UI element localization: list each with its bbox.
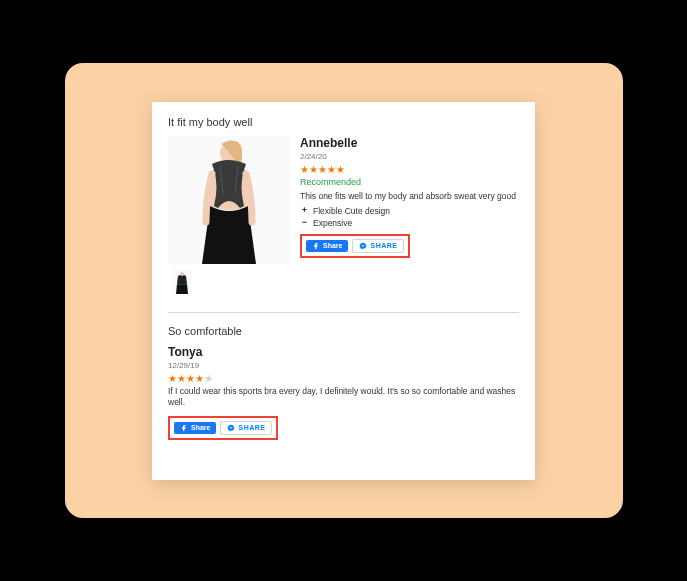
- review-author: Annebelle: [300, 136, 519, 150]
- con-text: Expensive: [313, 218, 352, 228]
- minus-icon: −: [300, 218, 309, 227]
- divider: [168, 312, 519, 313]
- review-date: 12/29/19: [168, 361, 519, 370]
- star-rating: ★★★★★: [300, 164, 519, 175]
- peach-container: It fit my body well: [65, 63, 623, 518]
- facebook-share-button[interactable]: Share: [306, 240, 348, 252]
- messenger-icon: [227, 424, 235, 432]
- con-line: − Expensive: [300, 218, 519, 228]
- facebook-share-label: Share: [323, 242, 342, 249]
- pro-text: Flexible Cute design: [313, 206, 390, 216]
- review-2: So comfortable Tonya 12/29/19 ★★★★★ If I…: [168, 325, 519, 440]
- messenger-share-button[interactable]: SHARE: [220, 421, 272, 435]
- recommended-label: Recommended: [300, 177, 519, 187]
- messenger-share-button[interactable]: SHARE: [352, 239, 404, 253]
- review-text: If I could wear this sports bra every da…: [168, 386, 519, 408]
- product-image-thumb[interactable]: [172, 270, 192, 294]
- share-row: Share SHARE: [168, 416, 278, 440]
- facebook-icon: [180, 424, 188, 432]
- product-image-main[interactable]: [168, 136, 290, 264]
- review-title: So comfortable: [168, 325, 519, 337]
- plus-icon: +: [300, 206, 309, 215]
- review-date: 2/24/20: [300, 152, 519, 161]
- review-body: Annebelle 2/24/20 ★★★★★ Recommended This…: [300, 136, 519, 294]
- messenger-share-label: SHARE: [238, 424, 265, 431]
- messenger-icon: [359, 242, 367, 250]
- facebook-share-label: Share: [191, 424, 210, 431]
- star-rating: ★★★★★: [168, 373, 519, 384]
- pro-line: + Flexible Cute design: [300, 206, 519, 216]
- product-images-column: [168, 136, 290, 294]
- review-title: It fit my body well: [168, 116, 519, 128]
- reviews-card: It fit my body well: [152, 102, 535, 480]
- facebook-share-button[interactable]: Share: [174, 422, 216, 434]
- facebook-icon: [312, 242, 320, 250]
- review-text: This one fits well to my body and absorb…: [300, 191, 519, 202]
- share-row: Share SHARE: [300, 234, 410, 258]
- messenger-share-label: SHARE: [370, 242, 397, 249]
- review-author: Tonya: [168, 345, 519, 359]
- svg-point-2: [180, 272, 184, 276]
- review-1: It fit my body well: [168, 116, 519, 294]
